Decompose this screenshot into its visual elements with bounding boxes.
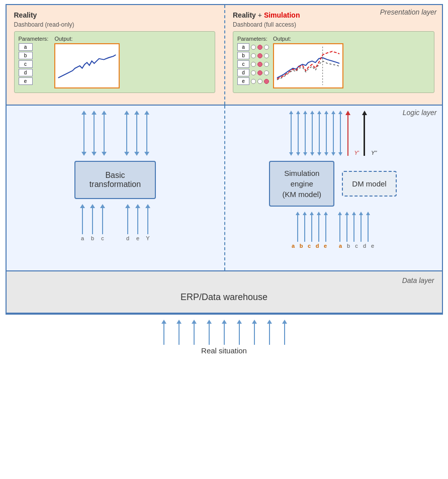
param-c: c — [19, 60, 33, 68]
r-bidir-arrow-3 — [303, 111, 307, 156]
erp-box: ERP/Data warehouse — [14, 287, 434, 308]
r-up-arrow-b2 — [345, 212, 349, 242]
output-chart-left — [54, 43, 120, 88]
output-label-right: Output: — [273, 36, 343, 42]
rl-a2: a — [338, 243, 343, 249]
r-bidir-arrow-1 — [289, 111, 293, 156]
r-up-arrow-c2 — [352, 212, 356, 242]
r-bidir-arrow-7 — [331, 111, 335, 156]
params-label-left: Parameters: — [19, 36, 49, 42]
bidir-arrow-3 — [102, 111, 107, 156]
rl-b2: b — [346, 243, 351, 249]
output-label-left: Output: — [54, 36, 120, 42]
param-d: d — [19, 69, 33, 76]
simulation-dashboard: Reality + Simulation Dashboard (full acc… — [228, 11, 434, 97]
basic-transformation-box: Basic transformation — [74, 161, 156, 199]
r-up-arrow-d — [317, 212, 321, 242]
up-arrow-b — [90, 204, 95, 234]
up-arrow-y — [145, 204, 150, 234]
rl-a: a — [291, 243, 296, 249]
dm-model-box: DM model — [342, 171, 396, 197]
label-e: e — [135, 235, 140, 241]
simulation-panel: Parameters: a b — [233, 31, 434, 93]
label-c: c — [100, 235, 105, 241]
vertical-divider — [224, 5, 225, 105]
reality-dashboard: Reality Dashboard (read-only) Parameters… — [14, 11, 221, 97]
r-bidir-arrow-8 — [338, 111, 342, 156]
label-y: Y — [145, 235, 150, 241]
data-layer: Data layer ERP/Data warehouse — [7, 271, 442, 314]
data-layer-label: Data layer — [14, 276, 434, 284]
params-label-right: Parameters: — [237, 36, 269, 42]
bottom-arrow-3 — [192, 320, 197, 345]
r-bidir-arrow-4 — [310, 111, 314, 156]
bottom-arrow-9 — [282, 320, 287, 345]
rl-d2: d — [362, 243, 367, 249]
rl-d: d — [315, 243, 320, 249]
up-arrow-c — [100, 204, 105, 234]
label-a: a — [80, 235, 85, 241]
r-bidir-arrow-5 — [317, 111, 321, 156]
r-up-arrow-a — [296, 212, 300, 242]
bidir-arrow-1 — [81, 111, 86, 156]
rl-b: b — [299, 243, 304, 249]
reality-subtitle: Dashboard (read-only) — [14, 21, 216, 28]
simulation-subtitle: Dashboard (full access) — [233, 21, 434, 28]
up-arrow-a — [80, 204, 85, 234]
presentation-layer: Presentation layer Reality Dashboard (re… — [7, 5, 442, 106]
y-prime-label: Y' — [354, 150, 359, 156]
bottom-arrow-8 — [267, 320, 272, 345]
logic-layer: Logic layer — [7, 106, 442, 271]
r-up-arrow-d2 — [359, 212, 363, 242]
bottom-arrows-section — [0, 315, 448, 345]
r-up-arrow-a2 — [338, 212, 342, 242]
r-bidir-arrow-2 — [296, 111, 300, 156]
label-d: d — [125, 235, 130, 241]
reality-panel: Parameters: a b c d e Output: — [14, 31, 216, 93]
rl-c: c — [307, 243, 312, 249]
output-chart-right — [273, 43, 343, 88]
bottom-arrow-1 — [161, 320, 166, 345]
presentation-layer-label: Presentation layer — [380, 8, 437, 16]
bottom-arrow-7 — [252, 320, 257, 345]
param-b: b — [19, 52, 33, 59]
bidir-arrow-6 — [144, 111, 149, 156]
r-up-arrow-b — [303, 212, 307, 242]
reality-title: Reality — [14, 11, 216, 19]
logic-layer-label: Logic layer — [403, 109, 437, 117]
r-up-arrow-c — [310, 212, 314, 242]
label-b: b — [90, 235, 95, 241]
param-e: e — [19, 77, 33, 85]
bidir-arrow-2 — [92, 111, 97, 156]
rl-e: e — [323, 243, 328, 249]
up-arrow-e — [135, 204, 140, 234]
bottom-arrow-4 — [207, 320, 212, 345]
logic-vertical-divider — [224, 106, 225, 270]
r-up-arrow-e2 — [366, 212, 370, 242]
bidir-arrow-5 — [134, 111, 139, 156]
red-up-arrow — [345, 111, 350, 156]
r-bidir-arrow-6 — [324, 111, 328, 156]
rl-c2: c — [354, 243, 359, 249]
real-situation-label: Real situation — [0, 345, 448, 356]
rl-e2: e — [370, 243, 375, 249]
r-up-arrow-e — [324, 212, 328, 242]
bidir-arrow-4 — [124, 111, 129, 156]
black-up-arrow — [362, 111, 367, 156]
param-a: a — [19, 43, 33, 51]
bottom-arrow-6 — [237, 320, 242, 345]
up-arrow-d — [125, 204, 130, 234]
bottom-arrow-5 — [222, 320, 227, 345]
simulation-engine-box: Simulation engine (KM model) — [269, 161, 334, 207]
y-double-prime-label: Y'' — [371, 150, 377, 156]
bottom-arrow-2 — [176, 320, 182, 345]
